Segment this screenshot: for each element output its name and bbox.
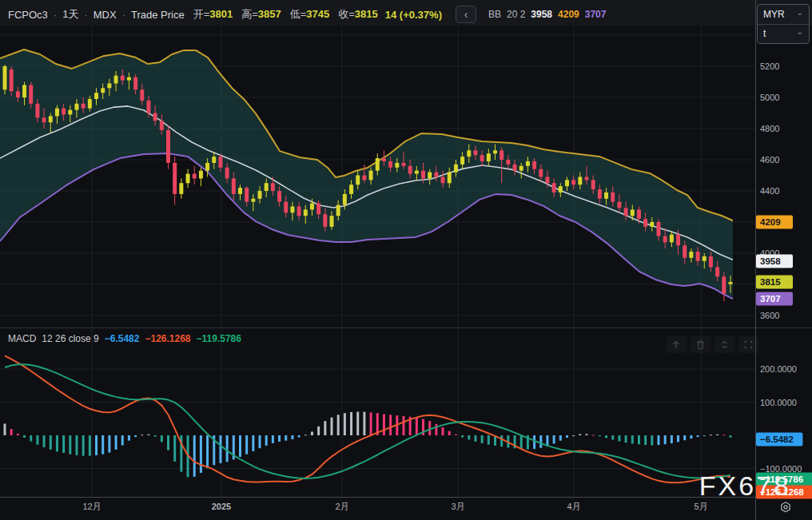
bb-params: 20 2 — [507, 9, 525, 20]
price-axis-badge: 3815 — [756, 276, 793, 289]
series-type-label: Trade Price — [131, 9, 185, 21]
interval-label[interactable]: 1天 — [62, 7, 78, 22]
gear-icon — [778, 500, 793, 514]
chart-canvas[interactable]: 5200500048004600440040003600200.0000100.… — [0, 0, 812, 520]
svg-text:200.0000: 200.0000 — [760, 364, 797, 374]
open-value: 开=3801 — [190, 7, 233, 22]
svg-text:4209: 4209 — [760, 217, 781, 227]
low-value: 低=3745 — [287, 7, 330, 22]
macd-signal-value: −119.5786 — [197, 333, 241, 344]
fx678-watermark: FX678 — [699, 470, 791, 502]
bb-basis-value: 3958 — [531, 9, 552, 20]
symbol-header: FCPOc3 · 1天 · MDX · Trade Price 开=3801 高… — [8, 6, 606, 23]
maximize-pane-button[interactable] — [738, 336, 758, 353]
trading-chart-app: 5200500048004600440040003600200.0000100.… — [0, 0, 812, 520]
bb-upper-value: 4209 — [558, 9, 579, 20]
chevron-down-icon: ⌄ — [797, 28, 803, 36]
axis-badges: 4209395838153707−6.5482−119.5786−126.126… — [756, 216, 812, 499]
svg-text:4400: 4400 — [760, 186, 779, 196]
macd-pane — [4, 355, 732, 482]
svg-text:3600: 3600 — [760, 311, 779, 320]
price-axis-badge: 4209 — [756, 216, 793, 229]
separator-dot: · — [84, 9, 87, 21]
unit-dropdown[interactable]: t ⌄ — [758, 24, 809, 44]
svg-text:4600: 4600 — [760, 155, 779, 165]
macd-pane-controls — [666, 336, 758, 353]
currency-dropdown[interactable]: MYR ⌄ — [758, 5, 809, 24]
svg-text:5200: 5200 — [760, 62, 779, 71]
svg-text:5月: 5月 — [694, 502, 707, 511]
maximize-icon — [743, 339, 754, 350]
svg-text:4800: 4800 — [760, 124, 779, 133]
macd-indicator-legend[interactable]: MACD 12 26 close 9 −6.5482 −126.1268 −11… — [8, 333, 241, 344]
move-pane-up-button[interactable] — [666, 336, 687, 353]
svg-text:−6.5482: −6.5482 — [760, 435, 794, 444]
macd-params: 12 26 close 9 — [42, 333, 98, 344]
macd-name: MACD — [8, 333, 36, 344]
separator-dot: · — [122, 9, 125, 21]
svg-text:3月: 3月 — [451, 502, 464, 511]
bb-indicator-legend[interactable]: BB 20 2 3958 4209 3707 — [488, 9, 606, 20]
axis-settings-gear-button[interactable] — [778, 500, 793, 518]
change-value: 14 (+0.37%) — [385, 9, 442, 21]
svg-text:4月: 4月 — [567, 502, 580, 511]
macd-line — [5, 355, 730, 482]
bb-name: BB — [488, 9, 501, 20]
svg-text:2月: 2月 — [335, 502, 348, 511]
currency-value: MYR — [763, 9, 785, 20]
axis-settings-box: MYR ⌄ t ⌄ — [757, 4, 810, 44]
macd-line-value: −126.1268 — [145, 333, 190, 344]
chevron-down-icon: ⌄ — [797, 9, 803, 17]
svg-text:3707: 3707 — [760, 294, 781, 304]
macd-signal-line — [5, 364, 730, 478]
svg-text:2025: 2025 — [212, 502, 231, 511]
symbol-name[interactable]: FCPOc3 — [8, 9, 48, 21]
chevron-left-icon: ‹ — [464, 8, 468, 21]
separator-dot: · — [54, 9, 57, 21]
unit-value: t — [763, 28, 766, 39]
svg-text:3958: 3958 — [760, 256, 781, 266]
collapse-chevrons-icon — [719, 339, 730, 350]
bb-lower-value: 3707 — [585, 9, 607, 20]
delete-pane-button[interactable] — [690, 336, 710, 353]
high-value: 高=3857 — [238, 7, 281, 22]
collapse-legend-button[interactable]: ‹ — [456, 6, 476, 23]
price-axis-badge: 3707 — [756, 292, 793, 306]
price-axis-badge: 3958 — [756, 255, 793, 268]
close-value: 收=3815 — [335, 7, 378, 22]
exchange-label: MDX — [94, 9, 117, 21]
svg-text:3815: 3815 — [760, 277, 781, 287]
collapse-pane-button[interactable] — [714, 336, 734, 353]
svg-text:100.0000: 100.0000 — [760, 398, 797, 407]
macd-axis-badge: −6.5482 — [756, 433, 802, 447]
macd-hist-value: −6.5482 — [105, 333, 140, 344]
svg-text:12月: 12月 — [82, 502, 101, 511]
arrow-up-icon — [671, 339, 682, 350]
svg-text:5000: 5000 — [760, 93, 779, 102]
trash-icon — [695, 339, 706, 350]
